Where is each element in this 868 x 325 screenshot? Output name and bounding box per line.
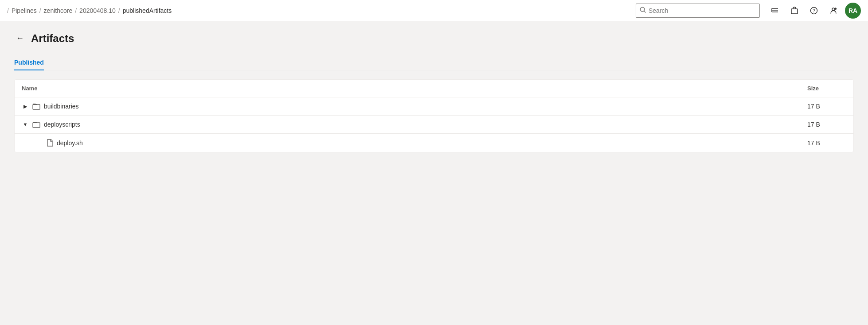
account-settings-button[interactable] — [825, 3, 841, 19]
file-table-container: Name Size ▶ buil — [14, 79, 854, 152]
folder-name-buildbinaries: buildbinaries — [44, 103, 79, 110]
svg-rect-16 — [33, 104, 37, 105]
col-header-name: Name — [15, 80, 800, 97]
help-icon: ? — [810, 7, 818, 15]
table-row: ▼ deployscripts 17 B — [15, 116, 853, 134]
user-avatar[interactable]: RA — [845, 3, 861, 19]
search-box[interactable] — [636, 4, 760, 18]
svg-rect-15 — [33, 104, 40, 109]
search-icon — [640, 7, 646, 15]
topbar-icons: ? RA — [767, 3, 861, 19]
svg-text:?: ? — [813, 8, 815, 13]
expand-buildbinaries-button[interactable]: ▶ — [22, 104, 29, 109]
help-button[interactable]: ? — [806, 3, 822, 19]
breadcrumb-current: publishedArtifacts — [123, 7, 172, 14]
account-settings-icon — [829, 7, 837, 15]
topbar: / Pipelines / zenithcore / 20200408.10 /… — [0, 0, 868, 21]
col-header-size: Size — [800, 80, 853, 97]
bag-icon — [790, 7, 798, 15]
file-name-deploy-sh: deploy.sh — [57, 139, 83, 147]
collapse-deployscripts-button[interactable]: ▼ — [22, 122, 29, 127]
back-button[interactable]: ← — [14, 32, 26, 45]
row-name-cell: ▼ deployscripts — [15, 116, 800, 134]
table-row: ▶ buildbinaries 17 B — [15, 97, 853, 116]
folder-name-deployscripts: deployscripts — [44, 121, 80, 128]
breadcrumb: / Pipelines / zenithcore / 20200408.10 /… — [7, 7, 636, 14]
breadcrumb-sep-1: / — [39, 7, 41, 14]
breadcrumb-sep-0: / — [7, 7, 9, 14]
folder-icon — [32, 103, 40, 110]
search-input[interactable] — [649, 7, 756, 14]
row-size-buildbinaries: 17 B — [800, 97, 853, 116]
table-header-row: Name Size — [15, 80, 853, 97]
svg-rect-17 — [33, 123, 40, 128]
row-name-cell: ▶ buildbinaries — [15, 97, 800, 116]
svg-rect-6 — [791, 9, 798, 14]
breadcrumb-pipelines[interactable]: Pipelines — [12, 7, 37, 14]
main-content: ← Artifacts Published Name Size ▶ — [0, 21, 868, 163]
tab-published[interactable]: Published — [14, 55, 44, 70]
list-view-button[interactable] — [767, 3, 783, 19]
list-icon — [771, 7, 779, 15]
row-size-deploy-sh: 17 B — [800, 134, 853, 152]
file-table: Name Size ▶ buil — [15, 80, 853, 152]
breadcrumb-zenithcore[interactable]: zenithcore — [44, 7, 73, 14]
svg-rect-18 — [33, 122, 37, 123]
folder-icon — [32, 121, 40, 128]
tabs: Published — [14, 55, 854, 70]
breadcrumb-sep-2: / — [75, 7, 77, 14]
page-header: ← Artifacts — [14, 32, 854, 45]
svg-point-9 — [832, 8, 835, 11]
file-icon — [47, 139, 53, 147]
table-row: deploy.sh 17 B — [15, 134, 853, 152]
svg-line-1 — [644, 11, 646, 12]
row-size-deployscripts: 17 B — [800, 116, 853, 134]
breadcrumb-build[interactable]: 20200408.10 — [79, 7, 116, 14]
breadcrumb-sep-3: / — [118, 7, 120, 14]
shopping-bag-button[interactable] — [786, 3, 802, 19]
svg-point-10 — [835, 8, 837, 10]
row-name-cell: deploy.sh — [15, 134, 800, 152]
page-title: Artifacts — [31, 32, 74, 45]
